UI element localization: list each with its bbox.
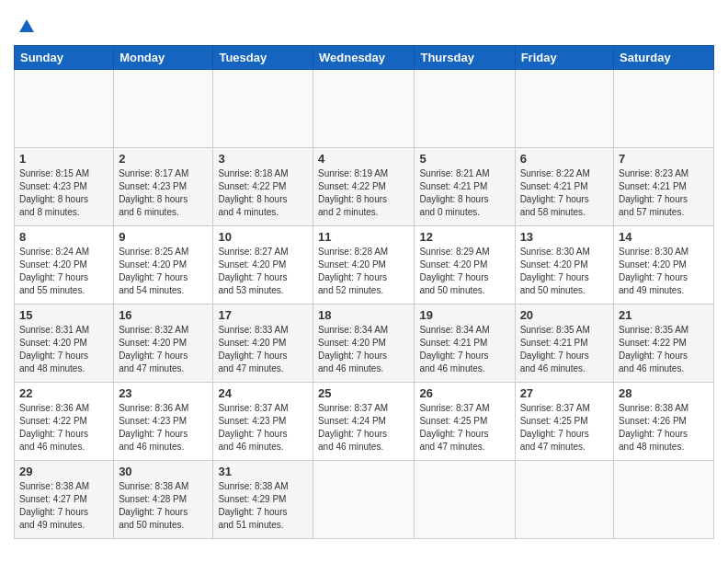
day-info: Sunrise: 8:34 AM Sunset: 4:21 PM Dayligh… <box>419 324 509 375</box>
calendar-cell: 31Sunrise: 8:38 AM Sunset: 4:29 PM Dayli… <box>213 461 313 539</box>
day-info: Sunrise: 8:28 AM Sunset: 4:20 PM Dayligh… <box>318 246 409 297</box>
col-header-thursday: Thursday <box>415 46 515 70</box>
day-number: 29 <box>19 465 108 478</box>
calendar-cell: 18Sunrise: 8:34 AM Sunset: 4:20 PM Dayli… <box>313 304 415 383</box>
day-number: 23 <box>119 386 208 400</box>
calendar-cell <box>313 70 415 148</box>
day-info: Sunrise: 8:38 AM Sunset: 4:27 PM Dayligh… <box>19 480 108 532</box>
calendar-week-2: 8Sunrise: 8:24 AM Sunset: 4:20 PM Daylig… <box>15 226 714 304</box>
svg-marker-0 <box>19 19 34 32</box>
day-number: 27 <box>520 386 609 400</box>
calendar-cell <box>114 70 213 148</box>
day-number: 5 <box>419 152 509 166</box>
calendar-cell <box>614 70 714 148</box>
calendar-cell: 4Sunrise: 8:19 AM Sunset: 4:22 PM Daylig… <box>313 148 415 226</box>
calendar-cell: 26Sunrise: 8:37 AM Sunset: 4:25 PM Dayli… <box>415 383 515 461</box>
day-info: Sunrise: 8:27 AM Sunset: 4:20 PM Dayligh… <box>218 246 308 297</box>
day-number: 2 <box>119 152 208 166</box>
calendar-week-0 <box>15 70 714 148</box>
calendar-cell: 12Sunrise: 8:29 AM Sunset: 4:20 PM Dayli… <box>415 226 515 304</box>
day-info: Sunrise: 8:24 AM Sunset: 4:20 PM Dayligh… <box>19 246 108 297</box>
day-info: Sunrise: 8:37 AM Sunset: 4:25 PM Dayligh… <box>520 402 609 454</box>
page: SundayMondayTuesdayWednesdayThursdayFrid… <box>0 0 728 563</box>
calendar-cell: 17Sunrise: 8:33 AM Sunset: 4:20 PM Dayli… <box>213 304 313 383</box>
calendar-cell: 25Sunrise: 8:37 AM Sunset: 4:24 PM Dayli… <box>313 383 415 461</box>
day-number: 4 <box>318 152 409 166</box>
calendar-cell <box>415 70 515 148</box>
day-info: Sunrise: 8:35 AM Sunset: 4:21 PM Dayligh… <box>520 324 609 375</box>
calendar-cell: 1Sunrise: 8:15 AM Sunset: 4:23 PM Daylig… <box>15 148 114 226</box>
day-info: Sunrise: 8:19 AM Sunset: 4:22 PM Dayligh… <box>318 167 409 219</box>
calendar-week-5: 29Sunrise: 8:38 AM Sunset: 4:27 PM Dayli… <box>15 461 714 539</box>
calendar-cell: 21Sunrise: 8:35 AM Sunset: 4:22 PM Dayli… <box>614 304 714 383</box>
calendar-cell <box>213 70 313 148</box>
day-info: Sunrise: 8:37 AM Sunset: 4:24 PM Dayligh… <box>318 402 409 454</box>
day-info: Sunrise: 8:29 AM Sunset: 4:20 PM Dayligh… <box>419 246 509 297</box>
day-info: Sunrise: 8:34 AM Sunset: 4:20 PM Dayligh… <box>318 324 409 375</box>
col-header-monday: Monday <box>114 46 213 70</box>
day-number: 21 <box>619 308 709 322</box>
day-number: 24 <box>218 386 308 400</box>
day-number: 18 <box>318 308 409 322</box>
calendar-cell: 13Sunrise: 8:30 AM Sunset: 4:20 PM Dayli… <box>515 226 613 304</box>
day-info: Sunrise: 8:22 AM Sunset: 4:21 PM Dayligh… <box>520 167 609 219</box>
day-number: 15 <box>19 308 108 322</box>
calendar-cell: 2Sunrise: 8:17 AM Sunset: 4:23 PM Daylig… <box>114 148 213 226</box>
calendar-cell: 24Sunrise: 8:37 AM Sunset: 4:23 PM Dayli… <box>213 383 313 461</box>
day-info: Sunrise: 8:30 AM Sunset: 4:20 PM Dayligh… <box>520 246 609 297</box>
day-info: Sunrise: 8:37 AM Sunset: 4:25 PM Dayligh… <box>419 402 509 454</box>
day-info: Sunrise: 8:25 AM Sunset: 4:20 PM Dayligh… <box>119 246 208 297</box>
day-info: Sunrise: 8:38 AM Sunset: 4:28 PM Dayligh… <box>119 480 208 532</box>
col-header-friday: Friday <box>515 46 613 70</box>
day-number: 1 <box>19 152 108 166</box>
day-number: 6 <box>520 152 609 166</box>
day-number: 19 <box>419 308 509 322</box>
day-info: Sunrise: 8:32 AM Sunset: 4:20 PM Dayligh… <box>119 324 208 375</box>
calendar-cell: 28Sunrise: 8:38 AM Sunset: 4:26 PM Dayli… <box>614 383 714 461</box>
day-info: Sunrise: 8:38 AM Sunset: 4:29 PM Dayligh… <box>218 480 308 532</box>
day-number: 10 <box>218 230 308 244</box>
day-info: Sunrise: 8:30 AM Sunset: 4:20 PM Dayligh… <box>619 246 709 297</box>
day-info: Sunrise: 8:21 AM Sunset: 4:21 PM Dayligh… <box>419 167 509 219</box>
day-number: 9 <box>119 230 208 244</box>
calendar-week-1: 1Sunrise: 8:15 AM Sunset: 4:23 PM Daylig… <box>15 148 714 226</box>
calendar-cell: 11Sunrise: 8:28 AM Sunset: 4:20 PM Dayli… <box>313 226 415 304</box>
day-number: 8 <box>19 230 108 244</box>
day-number: 12 <box>419 230 509 244</box>
day-number: 16 <box>119 308 208 322</box>
calendar-week-4: 22Sunrise: 8:36 AM Sunset: 4:22 PM Dayli… <box>15 383 714 461</box>
day-number: 7 <box>619 152 709 166</box>
calendar-cell: 9Sunrise: 8:25 AM Sunset: 4:20 PM Daylig… <box>114 226 213 304</box>
day-info: Sunrise: 8:36 AM Sunset: 4:23 PM Dayligh… <box>119 402 208 454</box>
calendar-header-row: SundayMondayTuesdayWednesdayThursdayFrid… <box>15 46 714 70</box>
calendar-cell: 8Sunrise: 8:24 AM Sunset: 4:20 PM Daylig… <box>15 226 114 304</box>
day-number: 31 <box>218 465 308 478</box>
calendar-cell: 30Sunrise: 8:38 AM Sunset: 4:28 PM Dayli… <box>114 461 213 539</box>
day-info: Sunrise: 8:33 AM Sunset: 4:20 PM Dayligh… <box>218 324 308 375</box>
calendar-cell: 29Sunrise: 8:38 AM Sunset: 4:27 PM Dayli… <box>15 461 114 539</box>
day-number: 25 <box>318 386 409 400</box>
day-number: 28 <box>619 386 709 400</box>
calendar-cell <box>415 461 515 539</box>
day-number: 11 <box>318 230 409 244</box>
calendar-cell: 3Sunrise: 8:18 AM Sunset: 4:22 PM Daylig… <box>213 148 313 226</box>
calendar-cell: 22Sunrise: 8:36 AM Sunset: 4:22 PM Dayli… <box>15 383 114 461</box>
calendar-cell <box>515 461 613 539</box>
calendar-cell: 16Sunrise: 8:32 AM Sunset: 4:20 PM Dayli… <box>114 304 213 383</box>
day-info: Sunrise: 8:36 AM Sunset: 4:22 PM Dayligh… <box>19 402 108 454</box>
day-number: 14 <box>619 230 709 244</box>
calendar-cell: 14Sunrise: 8:30 AM Sunset: 4:20 PM Dayli… <box>614 226 714 304</box>
calendar-cell <box>614 461 714 539</box>
calendar-cell: 20Sunrise: 8:35 AM Sunset: 4:21 PM Dayli… <box>515 304 613 383</box>
logo-triangle-icon <box>16 14 38 36</box>
col-header-wednesday: Wednesday <box>313 46 415 70</box>
calendar-cell: 15Sunrise: 8:31 AM Sunset: 4:20 PM Dayli… <box>15 304 114 383</box>
col-header-sunday: Sunday <box>15 46 114 70</box>
calendar-table: SundayMondayTuesdayWednesdayThursdayFrid… <box>14 45 714 539</box>
day-info: Sunrise: 8:35 AM Sunset: 4:22 PM Dayligh… <box>619 324 709 375</box>
calendar-cell: 7Sunrise: 8:23 AM Sunset: 4:21 PM Daylig… <box>614 148 714 226</box>
calendar-cell: 27Sunrise: 8:37 AM Sunset: 4:25 PM Dayli… <box>515 383 613 461</box>
day-number: 30 <box>119 465 208 478</box>
calendar-cell <box>313 461 415 539</box>
day-number: 17 <box>218 308 308 322</box>
